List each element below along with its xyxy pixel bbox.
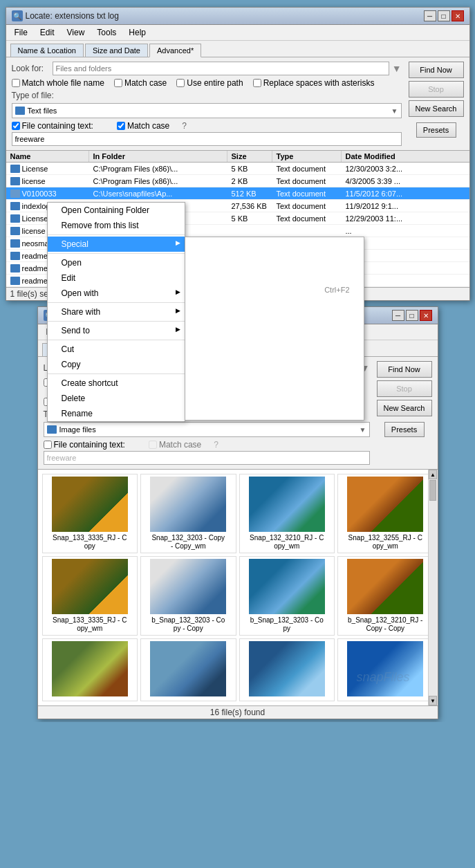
match-whole-name-checkbox[interactable] [12,79,20,87]
list-item[interactable] [239,638,335,701]
list-item[interactable]: b_Snap_132_3203 - Copy - Copy [140,556,236,636]
ctx-send-to[interactable]: Send to [48,323,185,338]
col-name-header[interactable]: Name [6,151,89,162]
match-case-checkbox1[interactable] [114,79,122,87]
thumbnail-area: Snap_133_3335_RJ - Copy Snap_132_3203 - … [38,469,438,705]
window1: 🔍 Locate: extensions txt log ─ □ ✕ File … [6,7,470,301]
list-item[interactable] [42,638,138,701]
minimize-button[interactable]: ─ [424,10,436,21]
menu-edit[interactable]: Edit [35,26,60,39]
file-containing-checkbox2[interactable] [44,441,52,449]
ctx-rename[interactable]: Rename [48,406,185,421]
sub-copy-short-path[interactable]: Copy short path to clipboard [185,252,364,268]
help-button[interactable]: ? [182,121,187,131]
list-item[interactable]: Snap_133_3335_RJ - Copy [42,474,138,553]
tab-name-location[interactable]: Name & Location [10,44,84,57]
sub-copy-data[interactable]: Copy data to clipboard [185,268,364,283]
col-date-header[interactable]: Date Modified [342,151,469,162]
col-type-header[interactable]: Type [272,151,342,162]
list-item[interactable]: Snap_132_3210_RJ - Copy_wm [239,474,335,553]
table-row[interactable]: V0100033 C:\Users\snapfiles\Ap... 512 KB… [6,187,469,200]
list-item[interactable] [140,638,236,701]
list-item[interactable] [337,638,434,701]
match-case-file-checkbox2[interactable] [149,441,157,449]
file-containing-checkbox[interactable] [12,122,20,130]
use-entire-path-checkbox[interactable] [176,79,185,87]
file-icon [10,177,20,185]
stop-button2[interactable]: Stop [377,380,432,397]
presets-button[interactable]: Presets [416,122,456,138]
ctx-cut[interactable]: Cut [48,342,185,357]
ctx-delete[interactable]: Delete [48,391,185,406]
ctx-remove-list[interactable]: Remove from this list [48,218,185,233]
replace-spaces-label: Replace spaces with asterisks [263,78,375,88]
sub-show-total[interactable]: Show total size of selected files [185,313,364,329]
match-case-file-checkbox[interactable] [117,122,125,130]
look-for-input[interactable] [53,62,389,75]
menu-view[interactable]: View [62,26,91,39]
find-now-button[interactable]: Find Now [409,62,464,78]
sub-update-file-info[interactable]: Update file information [185,329,364,344]
type-select-row2[interactable]: Image files ▼ [44,422,370,437]
maximize-button2[interactable]: □ [406,310,418,321]
sub-change-filename-label: Change filename [199,286,262,295]
result-date: 11/9/2012 9:1... [342,202,402,210]
ctx-open-folder[interactable]: Open Containing Folder [48,203,185,218]
ctx-open-with[interactable]: Open with [48,286,185,301]
file-containing-input2[interactable] [44,451,370,465]
file-containing-input[interactable] [12,132,402,146]
col-size-header[interactable]: Size [227,151,272,162]
look-for-dropdown[interactable]: ▼ [392,63,402,74]
thumbnail-image [347,641,423,696]
scroll-thumb[interactable] [429,480,436,501]
list-item[interactable]: Snap_132_3255_RJ - Copy_wm [337,474,434,553]
sub-update-db[interactable]: Update database(s) of selected file(s) [185,405,364,420]
sub-compute-md5[interactable]: Compute MD5 sums [185,344,364,359]
tab-size-date[interactable]: Size and Date [85,44,148,57]
col-folder-header[interactable]: In Folder [89,151,227,162]
sub-change-case[interactable]: Change case for filename [185,298,364,313]
type-dropdown-arrow[interactable]: ▼ [391,107,398,115]
scroll-up[interactable]: ▲ [429,470,437,479]
table-row[interactable]: License C:\Program Files (x86)\... 5 KB … [6,163,469,175]
list-item[interactable]: b_Snap_132_3203 - Copy [239,556,335,636]
sub-remove-deleted[interactable]: Remove deleted files [185,389,364,405]
ctx-create-shortcut[interactable]: Create shortcut [48,376,185,391]
new-search-button2[interactable]: New Search [377,400,432,416]
presets-button2[interactable]: Presets [384,422,425,437]
menu-file[interactable]: File [9,26,33,39]
maximize-button[interactable]: □ [438,10,450,21]
ctx-special[interactable]: Special Copy path to clipboard Copy shor… [48,237,185,252]
ctx-copy[interactable]: Copy [48,357,185,372]
menu-help[interactable]: Help [123,26,151,39]
result-date: 11/5/2012 6:07... [342,190,407,198]
ctx-share-with[interactable]: Share with [48,304,185,320]
new-search-button[interactable]: New Search [409,100,464,117]
minimize-button2[interactable]: ─ [392,310,404,321]
close-button2[interactable]: ✕ [420,310,432,321]
list-item[interactable]: Snap_133_3335_RJ - Copy_wm [42,556,138,636]
scroll-down[interactable]: ▼ [429,696,437,705]
list-item[interactable]: Snap_132_3203 - Copy - Copy_wm [140,474,236,553]
type-dropdown-arrow2[interactable]: ▼ [360,426,366,434]
help-button2[interactable]: ? [214,440,218,450]
ctx-open[interactable]: Open [48,255,185,270]
table-row[interactable]: license C:\Program Files (x86)\... 2 KB … [6,175,469,187]
sub-compute-md5-equal[interactable]: Compute MD5 sums for equal size files [185,359,364,374]
tab-advanced[interactable]: Advanced* [149,44,201,57]
close-button[interactable]: ✕ [451,10,464,21]
menu-tools[interactable]: Tools [91,26,122,39]
match-case-file-item: Match case [117,121,169,131]
scrollbar[interactable]: ▲ ▼ [428,470,438,705]
result-folder: C:\Program Files (x86)\... [89,177,227,185]
ctx-sep2 [48,253,185,254]
replace-spaces-checkbox[interactable] [253,79,261,87]
sub-copy-path[interactable]: Copy path to clipboard [185,237,364,252]
stop-button[interactable]: Stop [409,81,464,98]
type-select-row[interactable]: Text files ▼ [12,103,402,118]
sub-change-filename[interactable]: Change filename Ctrl+F2 [185,283,364,298]
list-item[interactable]: b_Snap_132_3210_RJ - Copy - Copy [337,556,434,636]
find-now-button2[interactable]: Find Now [377,361,432,378]
ctx-edit[interactable]: Edit [48,270,185,286]
sub-copy-md5[interactable]: Copy MD5 sums to clipboard [185,374,364,389]
